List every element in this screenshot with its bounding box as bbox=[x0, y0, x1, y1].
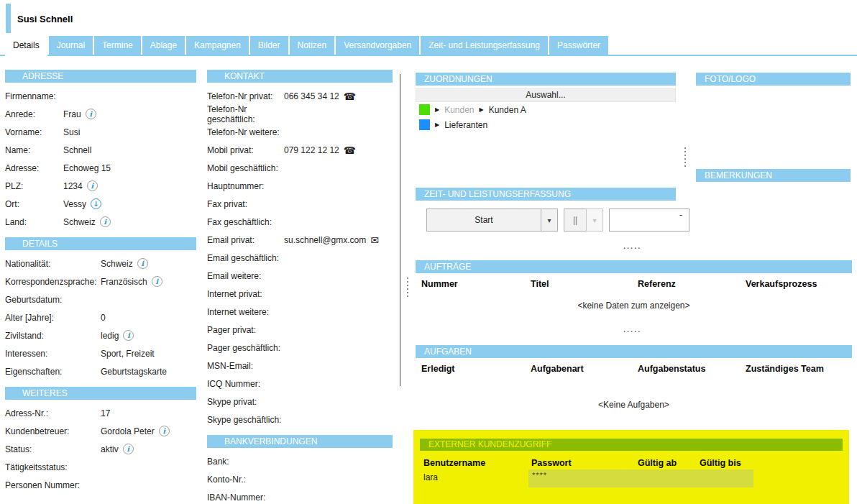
column-header[interactable]: Zuständiges Team bbox=[746, 364, 852, 374]
field-value[interactable]: Echoweg 15 bbox=[63, 163, 111, 173]
field-row: Firmenname: bbox=[5, 87, 196, 105]
field-value[interactable]: aktiv bbox=[101, 444, 119, 454]
field-value[interactable]: 079 122 12 12 bbox=[284, 145, 339, 155]
column-header[interactable]: Gültig bis bbox=[700, 458, 849, 468]
start-button[interactable]: Start bbox=[426, 209, 541, 232]
column-header[interactable]: Erledigt bbox=[421, 364, 531, 374]
field-label: Pager privat: bbox=[207, 325, 284, 335]
category-item[interactable]: Kunden Kunden A bbox=[416, 102, 676, 117]
category-sub: Kunden A bbox=[480, 104, 526, 115]
field-label: Eigenschaften: bbox=[5, 367, 101, 377]
category-color-swatch bbox=[419, 104, 430, 115]
tab[interactable]: Passwörter bbox=[549, 36, 608, 55]
tab[interactable]: Journal bbox=[49, 36, 93, 55]
splitter-handle[interactable]: ..... bbox=[623, 325, 641, 334]
field-label: Alter [Jahre]: bbox=[5, 313, 101, 323]
field-label: ICQ Nummer: bbox=[207, 379, 284, 389]
tab[interactable]: Zeit- und Leistungserfassung bbox=[421, 36, 548, 55]
field-value[interactable]: Schweiz bbox=[63, 217, 96, 227]
category-group-label[interactable]: Lieferanten bbox=[444, 120, 487, 130]
column-header[interactable]: Nummer bbox=[421, 279, 531, 289]
tab[interactable]: Bilder bbox=[250, 36, 288, 55]
info-icon[interactable] bbox=[159, 426, 170, 436]
column-header[interactable]: Aufgabenstatus bbox=[638, 364, 746, 374]
column-header[interactable]: Verkaufsprozess bbox=[746, 279, 852, 289]
splitter-handle[interactable] bbox=[684, 147, 686, 168]
extern-access-row[interactable]: lara **** bbox=[413, 469, 849, 487]
field-label: Telefon-Nr privat: bbox=[207, 91, 284, 101]
column-header[interactable]: Benutzername bbox=[423, 458, 531, 468]
tab[interactable]: Termine bbox=[94, 36, 141, 55]
field-row: Alter [Jahre]: 0 bbox=[5, 308, 196, 326]
auftraege-column-headers: NummerTitelReferenzVerkaufsprozess bbox=[416, 279, 852, 289]
splitter-handle[interactable]: ..... bbox=[623, 242, 641, 250]
field-label: Mobil privat: bbox=[207, 145, 284, 155]
section-header-weiteres: WEITERES bbox=[5, 387, 196, 400]
auswahl-button[interactable]: Auswahl... bbox=[416, 88, 676, 102]
phone-icon[interactable] bbox=[344, 145, 356, 155]
field-value[interactable]: 1234 bbox=[63, 181, 83, 191]
field-value[interactable]: ledig bbox=[101, 331, 119, 341]
field-value[interactable]: 0 bbox=[101, 313, 106, 323]
info-icon[interactable] bbox=[123, 330, 134, 341]
info-icon[interactable] bbox=[100, 216, 111, 227]
field-value[interactable]: Schnell bbox=[63, 145, 91, 155]
mail-icon[interactable] bbox=[370, 235, 379, 245]
page-title: Susi Schnell bbox=[17, 14, 73, 24]
field-value[interactable]: Französisch bbox=[101, 277, 147, 287]
column-header[interactable]: Titel bbox=[531, 279, 638, 289]
field-row: Email geschäftlich: bbox=[207, 249, 393, 267]
expand-arrow-icon[interactable] bbox=[435, 119, 439, 130]
field-row: PLZ: 1234 bbox=[5, 177, 196, 195]
info-icon[interactable] bbox=[87, 180, 98, 191]
category-group-label[interactable]: Kunden bbox=[444, 105, 474, 115]
field-label: Kundenbetreuer: bbox=[5, 426, 101, 436]
tab[interactable]: Notizen bbox=[290, 36, 335, 55]
category-sub-label[interactable]: Kunden A bbox=[489, 105, 526, 115]
field-value[interactable]: 066 345 34 12 bbox=[284, 91, 339, 101]
splitter-handle[interactable] bbox=[407, 278, 408, 298]
field-label: PLZ: bbox=[5, 181, 63, 191]
info-icon[interactable] bbox=[86, 109, 96, 119]
tab[interactable]: Versandvorgaben bbox=[336, 36, 419, 55]
field-value[interactable]: Geburtstagskarte bbox=[101, 367, 167, 377]
column-header[interactable]: Referenz bbox=[638, 279, 746, 289]
field-label: Adress-Nr.: bbox=[5, 408, 101, 418]
column-header[interactable]: Gültig ab bbox=[638, 458, 700, 468]
field-value[interactable]: Gordola Peter bbox=[101, 426, 155, 436]
section-header-adresse: ADRESSE bbox=[5, 70, 196, 83]
password-field[interactable]: **** bbox=[528, 469, 753, 487]
expand-arrow-icon[interactable] bbox=[480, 104, 484, 115]
pause-button[interactable]: || bbox=[564, 209, 587, 232]
field-row: Adresse: Echoweg 15 bbox=[5, 159, 196, 177]
expand-arrow-icon[interactable] bbox=[435, 104, 439, 115]
field-value[interactable]: Sport, Freizeit bbox=[101, 349, 155, 359]
column-header[interactable]: Aufgabenart bbox=[531, 364, 638, 374]
tab[interactable]: Ablage bbox=[142, 36, 185, 55]
column-header[interactable]: Passwort bbox=[531, 458, 638, 468]
down-icon[interactable] bbox=[91, 198, 101, 209]
bank-fields: Bank: Konto-Nr.: IBAN-Nummer: bbox=[207, 452, 393, 504]
info-icon[interactable] bbox=[137, 258, 148, 269]
info-icon[interactable] bbox=[152, 276, 162, 287]
field-value[interactable]: 17 bbox=[101, 408, 110, 418]
middle-column: KONTAKT Telefon-Nr privat: 066 345 34 12… bbox=[207, 70, 393, 504]
field-value[interactable]: Schweiz bbox=[101, 259, 133, 269]
section-header-bank: BANKVERBINDUNGEN bbox=[207, 435, 393, 448]
field-row: Internet privat: bbox=[207, 285, 393, 303]
username-cell[interactable]: lara bbox=[423, 472, 438, 482]
phone-icon[interactable] bbox=[344, 91, 356, 101]
info-icon[interactable] bbox=[123, 444, 134, 454]
field-value[interactable]: Frau bbox=[63, 109, 81, 119]
section-header-details: DETAILS bbox=[5, 237, 196, 250]
field-row: Skype geschäftlich: bbox=[207, 411, 393, 429]
tab[interactable]: Kampagnen bbox=[186, 36, 249, 55]
field-value[interactable]: su.schnell@gmx.com bbox=[284, 235, 366, 245]
timer-display-field[interactable]: - bbox=[609, 209, 689, 232]
field-value[interactable]: Susi bbox=[63, 127, 80, 137]
category-item[interactable]: Lieferanten bbox=[416, 117, 676, 132]
field-value[interactable]: Vessy bbox=[63, 199, 86, 209]
section-foto-logo: FOTO/LOGO bbox=[696, 73, 851, 86]
tab[interactable]: Details bbox=[5, 36, 47, 57]
start-dropdown-arrow-icon[interactable] bbox=[541, 209, 558, 232]
